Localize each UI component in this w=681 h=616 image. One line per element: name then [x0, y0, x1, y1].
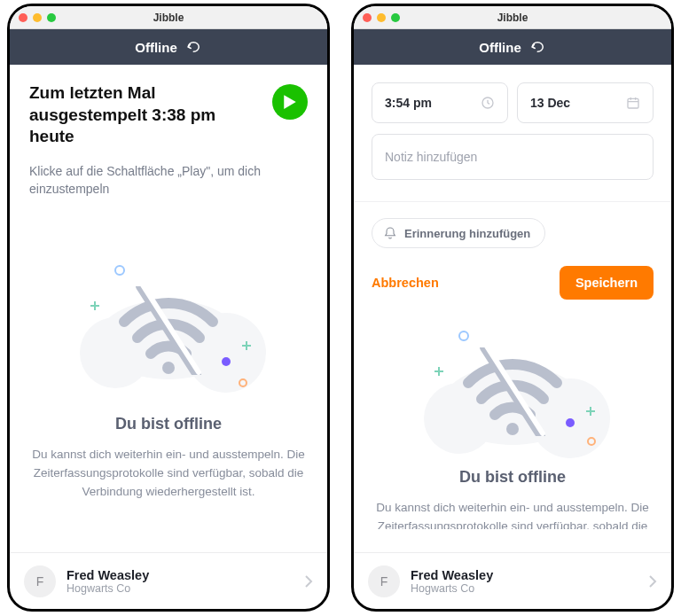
undo-icon[interactable]: [530, 41, 546, 53]
content-area: Zum letzten Mal ausgestempelt 3:38 pm he…: [10, 65, 327, 609]
svg-point-0: [162, 362, 175, 374]
calendar-icon: [626, 96, 640, 110]
deco-circle-icon: [586, 436, 597, 447]
svg-point-7: [506, 423, 519, 435]
svg-point-3: [115, 266, 124, 275]
offline-graphic: [71, 264, 266, 397]
content-area: 3:54 pm 13 Dec Notiz hinzufügen Erinneru…: [354, 65, 671, 609]
user-org: Hogwarts Co: [67, 582, 149, 595]
cancel-button[interactable]: Abbrechen: [372, 276, 439, 290]
bell-icon: [383, 226, 397, 240]
user-org: Hogwarts Co: [411, 582, 493, 595]
user-footer[interactable]: F Fred Weasley Hogwarts Co: [354, 552, 671, 609]
deco-plus-icon: [240, 339, 253, 352]
deco-circle-icon: [238, 378, 248, 388]
time-field[interactable]: 3:54 pm: [372, 82, 508, 123]
device-left: Jibble Offline Zum letzten Mal ausgestem…: [7, 4, 330, 612]
svg-point-4: [239, 379, 247, 386]
svg-rect-6: [628, 98, 638, 108]
offline-description: Du kannst dich weiterhin ein- und ausste…: [31, 446, 306, 502]
clock-in-hint: Klicke auf die Schaltfläche „Play", um d…: [10, 157, 327, 214]
avatar: F: [368, 565, 400, 597]
note-placeholder: Notiz hinzufügen: [385, 150, 477, 164]
offline-illustration: Du bist offline Du kannst dich weiterhin…: [10, 214, 327, 552]
undo-icon[interactable]: [186, 41, 202, 53]
offline-illustration: Du bist offline Du kannst dich weiterhin…: [354, 314, 671, 552]
user-info: Fred Weasley Hogwarts Co: [411, 568, 493, 595]
wifi-off-icon: [115, 286, 222, 375]
avatar: F: [24, 565, 56, 597]
deco-dot-icon: [566, 418, 575, 427]
date-value: 13 Dec: [530, 96, 570, 110]
user-name: Fred Weasley: [411, 568, 493, 582]
user-name: Fred Weasley: [67, 568, 149, 582]
deco-plus-icon: [584, 405, 597, 417]
time-value: 3:54 pm: [385, 96, 432, 110]
offline-title: Du bist offline: [459, 468, 566, 487]
window-chrome: Jibble: [354, 6, 671, 29]
last-clock-heading: Zum letzten Mal ausgestempelt 3:38 pm he…: [29, 82, 260, 148]
clock-in-button[interactable]: [272, 84, 308, 120]
date-field[interactable]: 13 Dec: [517, 82, 654, 123]
svg-point-11: [588, 438, 595, 445]
clock-icon: [481, 96, 495, 110]
app-title: Jibble: [10, 12, 327, 24]
deco-circle-icon: [458, 330, 470, 342]
reminder-label: Erinnerung hinzufügen: [404, 227, 530, 240]
deco-circle-icon: [114, 264, 126, 277]
svg-point-10: [459, 331, 468, 340]
deco-plus-icon: [433, 365, 445, 378]
play-icon: [283, 94, 297, 110]
divider: [354, 201, 671, 202]
chevron-right-icon: [304, 575, 313, 588]
connection-status: Offline: [479, 40, 521, 55]
save-button[interactable]: Speichern: [560, 266, 654, 300]
top-bar: Offline: [354, 29, 671, 65]
status-block: Zum letzten Mal ausgestempelt 3:38 pm he…: [10, 65, 327, 157]
offline-description: Du kannst dich weiterhin ein- und ausste…: [375, 499, 650, 529]
note-input[interactable]: Notiz hinzufügen: [372, 134, 654, 180]
window-chrome: Jibble: [10, 6, 327, 29]
add-reminder-button[interactable]: Erinnerung hinzufügen: [372, 218, 545, 248]
deco-plus-icon: [89, 300, 101, 312]
top-bar: Offline: [10, 29, 327, 65]
connection-status: Offline: [135, 40, 177, 55]
user-info: Fred Weasley Hogwarts Co: [67, 568, 149, 595]
offline-title: Du bist offline: [115, 415, 222, 433]
app-title: Jibble: [354, 12, 671, 24]
offline-graphic: [415, 330, 610, 454]
wifi-off-icon: [459, 347, 566, 436]
device-right: Jibble Offline 3:54 pm 13 Dec Notiz hinz…: [351, 4, 674, 612]
user-footer[interactable]: F Fred Weasley Hogwarts Co: [10, 552, 327, 609]
chevron-right-icon: [648, 575, 657, 588]
entry-form: 3:54 pm 13 Dec Notiz hinzufügen Erinneru…: [354, 65, 671, 314]
form-actions: Abbrechen Speichern: [372, 266, 654, 300]
